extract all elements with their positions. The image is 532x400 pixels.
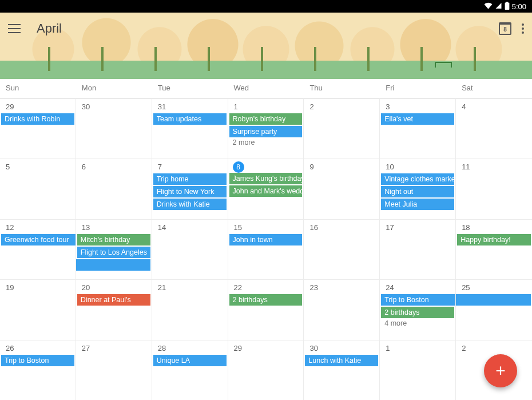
- event-chip[interactable]: Ella's vet: [381, 113, 454, 125]
- day-number: 29: [228, 343, 304, 355]
- day-number: 18: [456, 222, 532, 234]
- day-number: 24: [380, 282, 455, 294]
- day-cell[interactable]: 18Happy birthday!: [456, 219, 532, 279]
- day-number: 22: [228, 282, 304, 294]
- day-cell[interactable]: 3Ella's vet: [380, 98, 456, 159]
- event-chip[interactable]: Drinks with Robin: [1, 113, 74, 125]
- event-chip[interactable]: Lunch with Katie: [305, 355, 378, 366]
- event-chip[interactable]: Happy birthday!: [457, 234, 531, 245]
- day-number: 31: [152, 101, 228, 113]
- day-cell[interactable]: 9: [304, 159, 380, 219]
- day-cell[interactable]: 12Greenwich food tour: [0, 219, 76, 279]
- dow-sun: Sun: [0, 79, 76, 98]
- event-chip[interactable]: Unique LA: [153, 355, 227, 366]
- menu-icon[interactable]: [8, 24, 21, 33]
- day-cell[interactable]: 24Trip to Boston2 birthdays4 more: [380, 279, 456, 339]
- event-chip[interactable]: 2 birthdays: [229, 294, 303, 306]
- month-grid[interactable]: 29Drinks with Robin3031Team updates1Roby…: [0, 98, 532, 400]
- day-number: 13: [76, 222, 152, 234]
- event-chip[interactable]: Greenwich food tour: [1, 234, 76, 245]
- day-number: 3: [380, 101, 455, 113]
- event-chip[interactable]: Team updates: [153, 113, 227, 125]
- day-cell[interactable]: 29: [228, 340, 304, 400]
- day-cell[interactable]: 20Dinner at Paul's: [76, 279, 152, 339]
- dow-wed: Wed: [228, 79, 304, 98]
- day-number: 23: [304, 282, 379, 294]
- event-chip[interactable]: Mitch's birthday: [77, 234, 150, 245]
- day-cell[interactable]: 31Team updates: [152, 98, 228, 159]
- day-cell[interactable]: 28Unique LA: [152, 340, 228, 400]
- event-chip[interactable]: Flight to Los Angeles: [77, 247, 150, 258]
- day-cell[interactable]: 10Vintage clothes marketNight outMeet Ju…: [380, 159, 456, 219]
- dow-thu: Thu: [304, 79, 380, 98]
- create-event-fab[interactable]: +: [484, 354, 517, 387]
- more-events-link[interactable]: 2 more: [228, 137, 304, 146]
- event-chip[interactable]: Trip home: [153, 173, 227, 185]
- event-chip[interactable]: Vintage clothes market: [381, 173, 454, 185]
- event-chip[interactable]: [76, 259, 150, 271]
- day-cell[interactable]: 27: [76, 340, 152, 400]
- day-cell[interactable]: 30Lunch with Katie: [304, 340, 380, 400]
- battery-icon: [505, 2, 510, 11]
- day-cell[interactable]: 17: [380, 219, 456, 279]
- today-button[interactable]: 8: [499, 22, 511, 35]
- day-cell[interactable]: 8James Kung's birthdayJohn and Mark's we…: [228, 159, 304, 219]
- day-cell[interactable]: 13Mitch's birthdayFlight to Los Angeles: [76, 219, 152, 279]
- day-cell[interactable]: 15John in town: [228, 219, 304, 279]
- day-cell[interactable]: 222 birthdays: [228, 279, 304, 339]
- day-number: 19: [0, 282, 76, 294]
- event-chip[interactable]: Drinks with Katie: [153, 199, 227, 210]
- day-number: 30: [76, 101, 152, 113]
- day-number: 17: [380, 222, 455, 234]
- event-chip[interactable]: Surprise party: [229, 126, 303, 137]
- event-chip[interactable]: Meet Julia: [381, 199, 454, 210]
- day-number: 26: [0, 343, 76, 355]
- day-cell[interactable]: 2: [304, 98, 380, 159]
- day-cell[interactable]: 29Drinks with Robin: [0, 98, 76, 159]
- event-chip[interactable]: John and Mark's wedding: [229, 185, 303, 197]
- day-cell[interactable]: 4: [456, 98, 532, 159]
- day-cell[interactable]: 26Trip to Boston: [0, 340, 76, 400]
- event-chip[interactable]: 2 birthdays: [381, 307, 454, 318]
- day-cell[interactable]: 1Robyn's birthdaySurprise party2 more: [228, 98, 304, 159]
- day-cell[interactable]: 7Trip homeFlight to New YorkDrinks with …: [152, 159, 228, 219]
- overflow-menu-icon[interactable]: [522, 23, 524, 34]
- day-number: 25: [456, 282, 532, 294]
- event-chip[interactable]: Night out: [381, 186, 454, 197]
- event-chip[interactable]: Dinner at Paul's: [77, 294, 150, 306]
- dow-tue: Tue: [152, 79, 228, 98]
- status-time: 5:00: [512, 2, 526, 11]
- month-title[interactable]: April: [37, 21, 62, 36]
- day-number: 9: [304, 161, 379, 173]
- more-events-link[interactable]: 4 more: [380, 318, 455, 327]
- day-cell[interactable]: 11: [456, 159, 532, 219]
- day-of-week-header: Sun Mon Tue Wed Thu Fri Sat: [0, 79, 532, 98]
- day-cell[interactable]: 5: [0, 159, 76, 219]
- bench-decoration: [435, 62, 452, 68]
- event-chip[interactable]: John in town: [229, 234, 303, 245]
- day-number: 29: [0, 101, 76, 113]
- day-number: 15: [228, 222, 304, 234]
- day-cell[interactable]: 1: [380, 340, 456, 400]
- dow-mon: Mon: [76, 79, 152, 98]
- event-chip[interactable]: [456, 294, 531, 306]
- event-chip[interactable]: James Kung's birthday: [229, 173, 303, 184]
- day-cell[interactable]: 23: [304, 279, 380, 339]
- day-cell[interactable]: 25: [456, 279, 532, 339]
- day-number: 30: [304, 343, 379, 355]
- day-number: 16: [304, 222, 379, 234]
- event-chip[interactable]: Trip to Boston: [1, 355, 74, 366]
- event-chip[interactable]: Flight to New York: [153, 186, 227, 197]
- day-cell[interactable]: 16: [304, 219, 380, 279]
- day-cell[interactable]: 14: [152, 219, 228, 279]
- day-number: 4: [456, 101, 532, 113]
- day-number: 6: [76, 161, 152, 173]
- day-number: 14: [152, 222, 228, 234]
- day-cell[interactable]: 19: [0, 279, 76, 339]
- event-chip[interactable]: Robyn's birthday: [229, 113, 303, 125]
- event-chip[interactable]: Trip to Boston: [381, 294, 455, 306]
- day-cell[interactable]: 6: [76, 159, 152, 219]
- calendar-header: April 8: [0, 13, 532, 79]
- day-cell[interactable]: 30: [76, 98, 152, 159]
- day-cell[interactable]: 21: [152, 279, 228, 339]
